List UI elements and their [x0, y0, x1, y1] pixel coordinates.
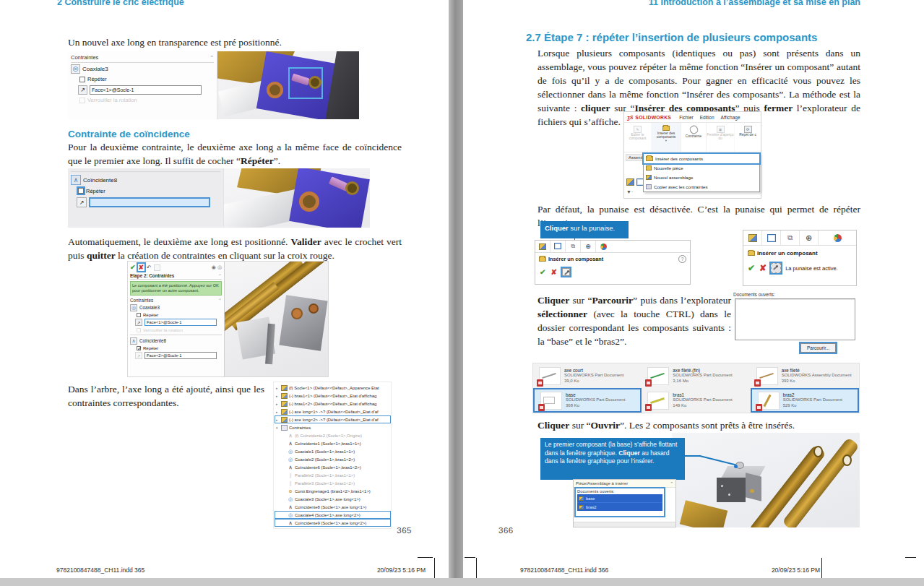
property-tab-icon[interactable] — [550, 241, 566, 252]
toolbar-mate-button[interactable]: Contrainte — [681, 123, 707, 152]
select-arrow-icon[interactable]: ↗ — [135, 319, 142, 326]
toolbar-insert-components-button[interactable]: Insérer des composants ▾ — [652, 123, 681, 152]
tree-item[interactable]: ▸(-) axe long<2> ->? (Défaut<<Défaut>_Et… — [275, 415, 391, 423]
open-documents-listbox[interactable] — [735, 298, 855, 340]
tree-item[interactable]: ∧(f) Coïncidente2 (Socle<1>,Origine) — [275, 431, 391, 439]
undo-icon[interactable]: ↶ — [147, 264, 152, 271]
file-item-axe-court[interactable]: axe courtSOLIDWORKS Part Document39,0 Ko — [533, 363, 642, 388]
part-icon — [281, 385, 288, 391]
face-reference-field[interactable]: Face<1>@Socle-1 — [144, 319, 217, 326]
repeat-checkbox[interactable] — [137, 313, 141, 317]
assembly-pane-icon[interactable] — [626, 178, 634, 186]
file-item-axe-filet-fin-[interactable]: axe fileté.(fin)SOLIDWORKS Part Document… — [642, 363, 750, 388]
cancel-cross-icon[interactable]: ✘ — [759, 263, 767, 273]
assembly-tab-icon[interactable] — [743, 230, 762, 245]
select-arrow-icon[interactable]: ↗ — [78, 85, 87, 95]
tree-item[interactable]: ▾Contraintes — [275, 423, 391, 431]
assembly-tab-icon[interactable] — [535, 241, 550, 252]
face-reference-field[interactable]: Face<2>@Socle-1 — [144, 352, 217, 359]
select-arrow-icon[interactable]: ↗ — [77, 197, 87, 207]
menu-fichier[interactable]: Fichier — [679, 115, 694, 120]
property-tab-icon[interactable] — [762, 230, 781, 245]
select-arrow-icon[interactable]: ↗ — [135, 352, 142, 359]
paragraph-coincidence: Pour la deuxième contrainte, le deuxième… — [68, 140, 402, 168]
file-size: 368 Ko — [566, 403, 625, 409]
file-type: SOLIDWORKS Part Document — [673, 397, 732, 403]
dimxpert-tab-icon[interactable]: ⊕ — [581, 241, 596, 252]
menu-item-new-part[interactable]: Nouvelle pièce — [644, 163, 759, 173]
tree-item[interactable]: ▸(-) axe long<1> ->? (Défaut<<Défaut>_Et… — [275, 408, 391, 415]
menu-item-new-assembly[interactable]: Nouvel assemblage — [644, 173, 759, 182]
help-icon[interactable]: ? — [678, 255, 686, 263]
tree-expander-icon[interactable]: ▸ — [276, 402, 280, 406]
tree-item[interactable]: ⚙Contr.Engrenage1 (bras1<2>,bras1<1>) — [275, 487, 391, 495]
menu-edition[interactable]: Edition — [700, 115, 714, 120]
dropdown-caret[interactable]: ▾ — [652, 139, 681, 142]
tree-item[interactable]: ∧Coïncidente9 (Socle<1>,axe long<2>) — [275, 519, 391, 527]
tree-item[interactable]: ▸(-) bras1<2> (Défaut<<Défaut>_Etat d'af… — [275, 400, 391, 408]
configuration-tab-icon[interactable]: ⧉ — [566, 241, 581, 252]
ok-check-icon[interactable]: ✔ — [130, 264, 136, 271]
configuration-tab-icon[interactable]: ⧉ — [781, 230, 800, 245]
appearance-tab-icon[interactable] — [596, 241, 611, 252]
filter-icon[interactable]: ▼· — [626, 189, 633, 194]
insert-panel-header: Pièce/Assemblage à insérer — [576, 481, 628, 486]
tree-item[interactable]: ∥Parallèle3 (Socle<1>,bras1<2>) — [275, 479, 391, 487]
list-item-bras2[interactable]: bras2 — [577, 502, 662, 511]
tree-item[interactable]: ◎Coaxiale1 (Socle<1>,bras1<1>) — [275, 447, 391, 455]
file-item-base[interactable]: baseSOLIDWORKS Part Document368 Ko — [533, 388, 642, 413]
repeat-checkbox[interactable] — [78, 188, 84, 194]
file-meta: axe courtSOLIDWORKS Part Document39,0 Ko — [564, 368, 623, 384]
preview-window-icon: ▣ — [717, 126, 725, 133]
tree-item-label: Parallèle2 (Socle<1>,bras1<1>) — [295, 473, 355, 478]
tree-expander-icon[interactable]: ▸ — [276, 394, 280, 398]
list-item-base[interactable]: base — [577, 494, 662, 502]
tree-item-label: Coïncidente1 (Socle<1>,bras1<1>) — [295, 441, 361, 446]
file-meta: axe filetéSOLIDWORKS Assembly Document39… — [782, 368, 852, 384]
pushpin-active-icon[interactable] — [771, 263, 781, 273]
face-reference-field[interactable]: Face<1>@Socle-1 — [90, 85, 202, 95]
browse-button[interactable]: Parcourir... — [800, 343, 836, 353]
ok-check-icon[interactable]: ✔ — [748, 263, 755, 273]
text-run: ”. Les 2 composants sont prêts à être in… — [620, 420, 795, 431]
tree-item[interactable]: ∧Coïncidente6 (Socle<1>,bras1<2>) — [275, 463, 391, 471]
lock-rotation-checkbox[interactable] — [79, 98, 85, 103]
dimxpert-tab-icon[interactable]: ⊕ — [800, 230, 819, 245]
new-assembly-icon — [646, 175, 652, 180]
repeat-checkbox-checked[interactable] — [137, 346, 141, 350]
face-reference-field[interactable] — [89, 197, 210, 207]
cancel-cross-icon[interactable]: ✘ — [550, 268, 556, 276]
collapse-chevron-icon[interactable]: ⌃ — [210, 55, 214, 61]
toolbar-button-label: Répét de c — [735, 133, 761, 137]
edit-component-icon: ✎ — [634, 126, 642, 133]
tree-item[interactable]: ◎Coaxiale4 (Socle<1>,axe long<2>) — [275, 511, 391, 519]
tree-expander-icon[interactable]: ▸ — [276, 410, 280, 414]
help-nav-icons[interactable]: ◉ ◎ — [212, 264, 222, 270]
tree-item[interactable]: ◎Coaxiale2 (Socle<1>,bras1<2>) — [275, 455, 391, 463]
menu-affichage[interactable]: Affichage — [721, 115, 741, 120]
tree-item[interactable]: ▸(f) Socle<1> (Défaut<<Défaut>_Apparence… — [275, 384, 391, 392]
file-item-bras2[interactable]: bras2SOLIDWORKS Part Document529 Ko — [751, 388, 859, 413]
appearance-tab-icon[interactable] — [819, 230, 856, 245]
toolbar-repeat-button[interactable]: ⟳ Répét de c — [735, 123, 761, 152]
tree-item[interactable]: ▸(-) bras1<1> (Défaut<<Défaut>_Etat d'af… — [275, 392, 391, 400]
tree-expander-icon[interactable]: ▾ — [276, 426, 280, 430]
repeat-checkbox[interactable] — [79, 77, 85, 82]
tree-expander-icon[interactable]: ▸ — [276, 386, 280, 390]
pushpin-icon[interactable] — [562, 268, 570, 276]
tree-item[interactable]: ∧Coïncidente8 (Socle<1>,axe long<1>) — [275, 503, 391, 511]
ok-check-icon[interactable]: ✔ — [540, 268, 545, 276]
tree-item[interactable]: ∥Parallèle2 (Socle<1>,bras1<1>) — [275, 471, 391, 479]
file-item-axe-filet-[interactable]: axe filetéSOLIDWORKS Assembly Document39… — [751, 363, 859, 388]
tree-item[interactable]: ∧Coïncidente1 (Socle<1>,bras1<1>) — [275, 439, 391, 447]
menu-item-copy-with-mates[interactable]: Copier avec les contraintes — [644, 182, 759, 191]
collapse-chevron-icon[interactable]: ⌃ — [218, 273, 222, 278]
lock-rotation-checkbox[interactable] — [137, 328, 141, 332]
collapse-chevron-icon[interactable]: ⌃ — [218, 298, 222, 303]
file-item-bras1[interactable]: bras1SOLIDWORKS Part Document149 Ko — [642, 388, 750, 413]
cancel-cross-icon[interactable]: ✘ — [138, 264, 145, 271]
tree-expander-icon[interactable]: ▸ — [276, 418, 280, 422]
tree-item[interactable]: ◎Coaxiale3 (Socle<1>,axe long<1>) — [275, 495, 391, 503]
menu-item-insert-components[interactable]: Insérer des composants — [644, 154, 759, 163]
collapse-chevron-icon[interactable]: ⌃ — [670, 481, 673, 486]
